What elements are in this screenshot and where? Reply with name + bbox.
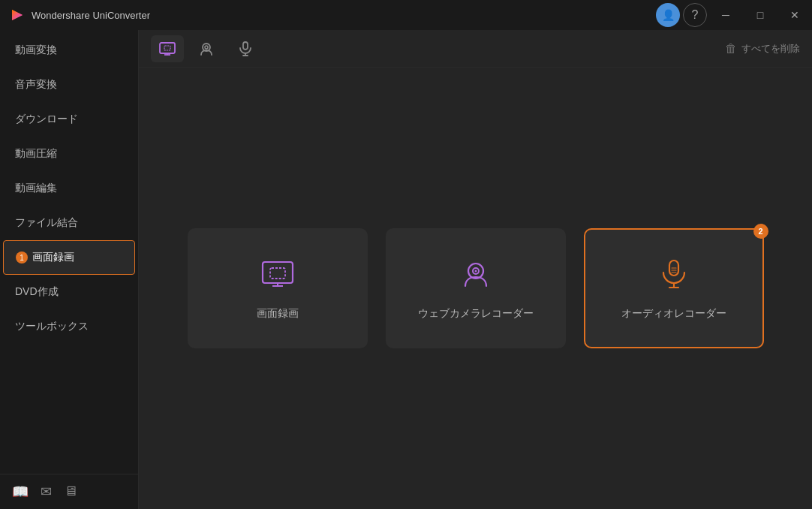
sidebar-label-video-convert: 動画変換 bbox=[15, 44, 57, 57]
webcam-record-card-icon bbox=[458, 256, 494, 295]
screen-record-tab-icon bbox=[158, 40, 176, 58]
sidebar-label-dvd: DVD作成 bbox=[15, 285, 59, 299]
close-button[interactable]: ✕ bbox=[777, 0, 812, 30]
sidebar-item-toolbox[interactable]: ツールボックス bbox=[0, 309, 138, 344]
sidebar-label-edit: 動画編集 bbox=[15, 182, 57, 195]
webcam-record-card-label: ウェブカメラレコーダー bbox=[418, 307, 534, 321]
tab-screen[interactable] bbox=[151, 35, 184, 62]
main-content: 🗑 すべてを削除 画面録画 bbox=[139, 30, 812, 509]
svg-point-17 bbox=[474, 270, 477, 273]
titlebar: Wondershare UniConverter 👤 ? ─ □ ✕ bbox=[0, 0, 812, 30]
mic-tab-icon bbox=[236, 40, 254, 58]
sidebar-badge-screen-record: 1 bbox=[16, 251, 28, 264]
audio-record-card-label: オーディオレコーダー bbox=[621, 307, 726, 321]
help-button[interactable]: ? bbox=[683, 3, 707, 27]
user-icon-button[interactable]: 👤 bbox=[656, 3, 680, 27]
sidebar-item-video-convert[interactable]: 動画変換 bbox=[0, 33, 138, 68]
sidebar-item-screen-record[interactable]: 1 画面録画 bbox=[3, 240, 135, 275]
svg-rect-8 bbox=[243, 42, 248, 50]
webcam-tab-icon bbox=[197, 40, 215, 58]
top-toolbar: 🗑 すべてを削除 bbox=[139, 30, 812, 68]
book-icon[interactable]: 📖 bbox=[12, 483, 29, 500]
screen-record-card-icon bbox=[260, 256, 296, 295]
audio-record-card-badge: 2 bbox=[753, 224, 768, 239]
sidebar-item-edit[interactable]: 動画編集 bbox=[0, 171, 138, 206]
minimize-button[interactable]: ─ bbox=[708, 0, 743, 30]
sidebar-label-compress: 動画圧縮 bbox=[15, 147, 57, 161]
screen-record-card[interactable]: 画面録画 bbox=[188, 228, 368, 348]
sidebar-bottom: 📖 ✉ 🖥 bbox=[0, 474, 138, 509]
trash-icon: 🗑 bbox=[725, 42, 737, 56]
cards-area: 画面録画 ウェブカメラレコーダー 2 bbox=[139, 68, 812, 509]
svg-marker-1 bbox=[12, 10, 23, 20]
tab-audio[interactable] bbox=[229, 35, 262, 62]
sidebar-item-audio-convert[interactable]: 音声変換 bbox=[0, 68, 138, 102]
maximize-button[interactable]: □ bbox=[743, 0, 777, 30]
app-title: Wondershare UniConverter bbox=[32, 10, 150, 21]
svg-rect-11 bbox=[263, 262, 293, 283]
sidebar-item-compress[interactable]: 動画圧縮 bbox=[0, 137, 138, 171]
svg-rect-2 bbox=[160, 43, 175, 53]
sidebar-label-audio-convert: 音声変換 bbox=[15, 78, 57, 92]
monitor-icon[interactable]: 🖥 bbox=[64, 483, 77, 500]
window-controls: ─ □ ✕ bbox=[708, 0, 812, 30]
sidebar: 動画変換 音声変換 ダウンロード 動画圧縮 動画編集 ファイル結合 1 画面録画… bbox=[0, 30, 139, 509]
webcam-record-card[interactable]: ウェブカメラレコーダー bbox=[386, 228, 566, 348]
help-icon: ? bbox=[692, 8, 699, 22]
sidebar-label-screen-record: 画面録画 bbox=[32, 251, 74, 264]
sidebar-item-dvd[interactable]: DVD作成 bbox=[0, 275, 138, 309]
screen-record-card-label: 画面録画 bbox=[257, 307, 299, 321]
mail-icon[interactable]: ✉ bbox=[41, 483, 52, 500]
app-logo: Wondershare UniConverter bbox=[9, 7, 150, 23]
audio-record-card[interactable]: 2 オーディオレコーダー bbox=[584, 228, 764, 348]
sidebar-label-toolbox: ツールボックス bbox=[15, 320, 89, 333]
audio-record-card-icon bbox=[656, 256, 692, 295]
sidebar-item-merge[interactable]: ファイル結合 bbox=[0, 206, 138, 240]
sidebar-item-download[interactable]: ダウンロード bbox=[0, 102, 138, 137]
svg-rect-12 bbox=[270, 268, 285, 279]
titlebar-action-icons: 👤 ? bbox=[656, 0, 707, 30]
sidebar-label-download: ダウンロード bbox=[15, 113, 78, 126]
svg-point-7 bbox=[205, 46, 208, 49]
sidebar-label-merge: ファイル結合 bbox=[15, 216, 78, 230]
app-logo-icon bbox=[9, 7, 26, 23]
delete-all-label: すべてを削除 bbox=[741, 42, 800, 56]
tab-webcam[interactable] bbox=[190, 35, 223, 62]
svg-rect-5 bbox=[164, 46, 170, 50]
delete-all-button[interactable]: 🗑 すべてを削除 bbox=[725, 42, 800, 56]
user-icon: 👤 bbox=[662, 9, 675, 21]
app-body: 動画変換 音声変換 ダウンロード 動画圧縮 動画編集 ファイル結合 1 画面録画… bbox=[0, 30, 812, 509]
